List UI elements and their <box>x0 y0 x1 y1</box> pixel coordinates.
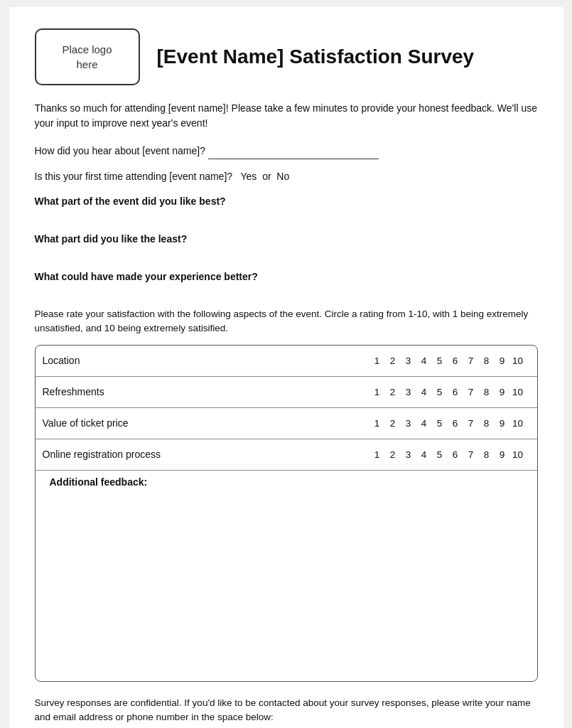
rating-num[interactable]: 3 <box>401 387 416 397</box>
feedback-row: Additional feedback: <box>36 471 537 681</box>
rating-num[interactable]: 10 <box>510 387 526 397</box>
table-row: Online registration process 1 2 3 4 5 6 … <box>36 439 537 471</box>
survey-title: [Event Name] Satisfaction Survey <box>157 45 475 69</box>
rating-num[interactable]: 3 <box>401 355 416 366</box>
rating-numbers-refreshments: 1 2 3 4 5 6 7 8 9 10 <box>234 387 537 397</box>
rating-num[interactable]: 3 <box>401 449 416 460</box>
rating-num[interactable]: 5 <box>432 387 448 397</box>
rating-num[interactable]: 8 <box>479 449 495 460</box>
question-4: What part did you like the least? <box>35 232 538 247</box>
rating-intro: Please rate your satisfaction with the f… <box>35 307 538 336</box>
rating-num[interactable]: 6 <box>448 387 463 397</box>
rating-num[interactable]: 2 <box>385 355 401 366</box>
rating-num[interactable]: 6 <box>448 355 463 366</box>
rating-num[interactable]: 10 <box>510 355 526 366</box>
question-2: Is this your first time attending [event… <box>35 169 538 184</box>
rating-num[interactable]: 5 <box>432 355 448 366</box>
rating-num[interactable]: 4 <box>416 355 432 366</box>
rating-num[interactable]: 8 <box>479 418 495 429</box>
rating-num[interactable]: 1 <box>369 355 385 366</box>
rating-num[interactable]: 9 <box>495 355 510 366</box>
rating-num[interactable]: 1 <box>369 418 385 429</box>
rating-numbers-registration: 1 2 3 4 5 6 7 8 9 10 <box>234 449 537 460</box>
table-row: Value of ticket price 1 2 3 4 5 6 7 8 9 … <box>36 408 537 439</box>
rating-num[interactable]: 7 <box>463 418 479 429</box>
q1-label: How did you hear about [event name]? <box>35 145 206 156</box>
rating-num[interactable]: 7 <box>463 449 479 460</box>
rating-num[interactable]: 1 <box>369 387 385 397</box>
q2-yes: Yes <box>241 171 257 182</box>
rating-num[interactable]: 4 <box>416 418 432 429</box>
q2-no: No <box>276 171 289 182</box>
rating-num[interactable]: 2 <box>385 418 401 429</box>
rating-num[interactable]: 9 <box>495 418 510 429</box>
footer-text: Survey responses are confidential. If yo… <box>35 696 538 725</box>
question-1: How did you hear about [event name]? <box>35 144 538 159</box>
rating-num[interactable]: 4 <box>416 449 432 460</box>
table-row: Refreshments 1 2 3 4 5 6 7 8 9 10 <box>36 377 537 408</box>
row-label-ticket-price: Value of ticket price <box>36 417 234 429</box>
q2-or: or <box>262 171 271 182</box>
q2-label: Is this your first time attending [event… <box>35 171 233 182</box>
rating-num[interactable]: 10 <box>510 418 526 429</box>
rating-num[interactable]: 1 <box>369 449 385 460</box>
rating-num[interactable]: 6 <box>448 449 463 460</box>
row-label-registration: Online registration process <box>36 449 234 460</box>
question-5: What could have made your experience bet… <box>35 269 538 284</box>
question-3: What part of the event did you like best… <box>35 194 538 209</box>
rating-num[interactable]: 3 <box>401 418 416 429</box>
rating-num[interactable]: 7 <box>463 387 479 397</box>
rating-num[interactable]: 9 <box>495 387 510 397</box>
table-row: Location 1 2 3 4 5 6 7 8 9 10 <box>36 346 537 377</box>
header: Place logohere [Event Name] Satisfaction… <box>35 28 538 85</box>
row-label-location: Location <box>36 355 234 366</box>
rating-num[interactable]: 8 <box>479 387 495 397</box>
rating-num[interactable]: 6 <box>448 418 463 429</box>
rating-num[interactable]: 7 <box>463 355 479 366</box>
rating-num[interactable]: 4 <box>416 387 432 397</box>
rating-num[interactable]: 5 <box>432 418 448 429</box>
rating-table: Location 1 2 3 4 5 6 7 8 9 10 Refreshmen… <box>35 345 538 682</box>
rating-num[interactable]: 5 <box>432 449 448 460</box>
rating-num[interactable]: 2 <box>385 387 401 397</box>
logo-placeholder: Place logohere <box>35 28 140 85</box>
survey-page: Place logohere [Event Name] Satisfaction… <box>9 7 563 728</box>
rating-num[interactable]: 9 <box>495 449 510 460</box>
rating-num[interactable]: 2 <box>385 449 401 460</box>
rating-numbers-ticket: 1 2 3 4 5 6 7 8 9 10 <box>234 418 537 429</box>
row-label-refreshments: Refreshments <box>36 386 234 397</box>
rating-numbers-location: 1 2 3 4 5 6 7 8 9 10 <box>234 355 537 366</box>
rating-num[interactable]: 10 <box>510 449 526 460</box>
q1-answer-field[interactable] <box>208 144 379 159</box>
feedback-label: Additional feedback: <box>43 476 148 675</box>
intro-text: Thanks so much for attending [event name… <box>35 101 538 131</box>
rating-num[interactable]: 8 <box>479 355 495 366</box>
